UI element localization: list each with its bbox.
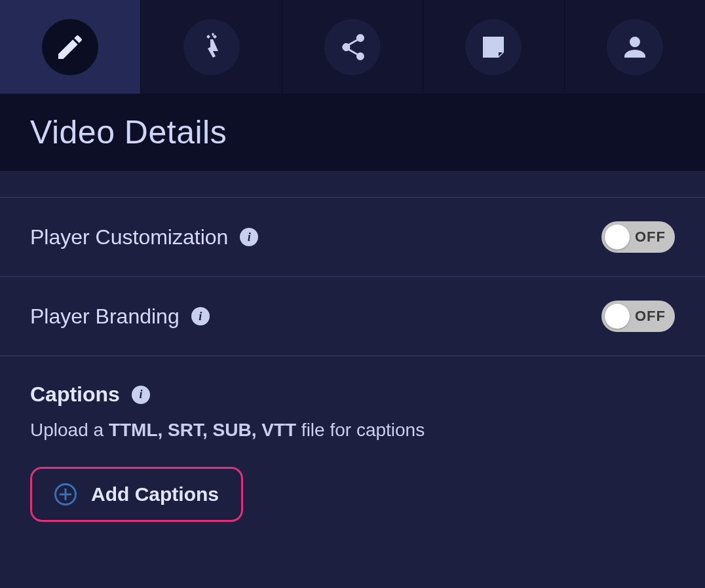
- tab-note[interactable]: [423, 0, 564, 94]
- pencil-icon: [54, 31, 86, 63]
- captions-title: Captions: [30, 382, 120, 407]
- row-player-customization: Player Customization i OFF: [0, 197, 705, 276]
- title-bar: Video Details: [0, 94, 705, 171]
- captions-description: Upload a TTML, SRT, SUB, VTT file for ca…: [30, 420, 675, 441]
- info-icon[interactable]: i: [240, 228, 258, 246]
- settings-content: Player Customization i OFF Player Brandi…: [0, 171, 705, 548]
- info-icon[interactable]: i: [132, 386, 150, 404]
- top-tabs: [0, 0, 705, 94]
- user-icon: [619, 31, 651, 63]
- page-title: Video Details: [30, 113, 675, 151]
- captions-desc-suffix: file for captions: [296, 420, 425, 440]
- tab-share[interactable]: [282, 0, 423, 94]
- tab-interact[interactable]: [141, 0, 282, 94]
- player-customization-label: Player Customization: [30, 225, 228, 249]
- row-label: Player Customization i: [30, 225, 258, 249]
- tab-icon-circle: [42, 19, 98, 75]
- captions-section: Captions i Upload a TTML, SRT, SUB, VTT …: [0, 356, 705, 548]
- pointer-icon: [196, 31, 227, 63]
- toggle-knob: [605, 225, 630, 249]
- add-captions-button[interactable]: Add Captions: [30, 467, 243, 522]
- player-customization-toggle[interactable]: OFF: [601, 221, 675, 253]
- info-icon[interactable]: i: [191, 307, 210, 325]
- toggle-knob: [605, 304, 630, 329]
- row-label: Player Branding i: [30, 304, 210, 329]
- tab-edit[interactable]: [0, 0, 141, 94]
- tab-icon-circle: [183, 19, 240, 75]
- captions-title-row: Captions i: [30, 382, 675, 407]
- toggle-state: OFF: [635, 229, 666, 246]
- tab-user[interactable]: [565, 0, 705, 94]
- player-branding-toggle[interactable]: OFF: [601, 301, 675, 332]
- tab-icon-circle: [465, 19, 522, 75]
- note-icon: [478, 31, 509, 63]
- row-player-branding: Player Branding i OFF: [0, 276, 705, 356]
- tab-icon-circle: [324, 19, 381, 75]
- share-icon: [337, 31, 368, 63]
- tab-icon-circle: [607, 19, 663, 75]
- add-captions-label: Add Captions: [91, 483, 219, 505]
- plus-icon: [54, 483, 77, 505]
- captions-desc-formats: TTML, SRT, SUB, VTT: [109, 420, 296, 440]
- captions-desc-prefix: Upload a: [30, 420, 109, 440]
- toggle-state: OFF: [635, 308, 666, 325]
- player-branding-label: Player Branding: [30, 304, 180, 329]
